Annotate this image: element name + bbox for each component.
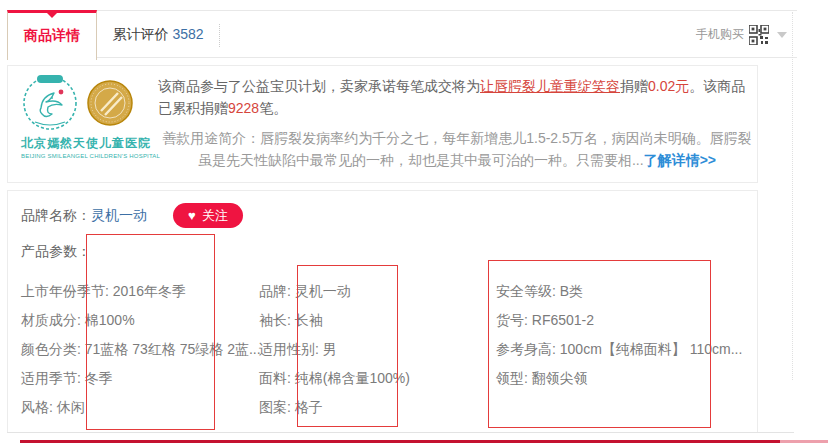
reviews-count-badge: 3582 <box>172 26 203 42</box>
gold-medal-icon <box>87 80 133 126</box>
charity-text-4: 笔。 <box>259 100 287 116</box>
charity-paragraph-2: 善款用途简介：唇腭裂发病率约为千分之七，每年新增患儿1.5-2.5万名，病因尚未… <box>158 127 756 171</box>
hospital-name-cn: 北京嫣然天使儿童医院 <box>21 135 153 152</box>
charity-text-1: 该商品参与了公益宝贝计划，卖家承诺每笔成交将为 <box>158 78 480 94</box>
tab-dotted-separator <box>219 24 220 47</box>
annotation-box-middle <box>297 265 398 427</box>
mobile-buy-button[interactable]: 手机购买 <box>696 11 787 58</box>
charity-text-2: 捐赠 <box>620 78 648 94</box>
product-detail-page: 商品详情 累计评价3582 手机购买 <box>0 0 828 445</box>
smileangel-hospital-logo-icon <box>21 74 79 132</box>
qr-code-icon <box>749 25 769 45</box>
detail-tab-bar: 商品详情 累计评价3582 手机购买 <box>7 10 797 58</box>
charity-cause-link[interactable]: 让唇腭裂儿童重绽笑容 <box>480 78 620 94</box>
tab-reviews[interactable]: 累计评价3582 <box>98 11 218 58</box>
tab-product-detail-label: 商品详情 <box>24 27 80 43</box>
brand-row: 品牌名称：灵机一动 ♥ 关注 <box>21 203 243 228</box>
follow-button[interactable]: ♥ 关注 <box>173 203 243 228</box>
page-column-divider <box>792 12 793 380</box>
tab-product-detail[interactable]: 商品详情 <box>7 10 97 60</box>
learn-more-link[interactable]: 了解详情>> <box>644 152 716 168</box>
tab-reviews-label: 累计评价 <box>112 26 168 42</box>
panel-bottom-divider <box>7 432 794 433</box>
next-section-top-border <box>20 440 828 443</box>
brand-label: 品牌名称： <box>21 207 91 225</box>
charity-paragraph-1: 该商品参与了公益宝贝计划，卖家承诺每笔成交将为让唇腭裂儿童重绽笑容捐赠0.02元… <box>158 75 756 119</box>
donation-amount: 0.02元 <box>648 78 689 94</box>
active-tab-caret-icon <box>47 13 57 18</box>
donation-count: 9228 <box>228 100 259 116</box>
brand-name-link[interactable]: 灵机一动 <box>91 207 147 225</box>
mobile-buy-label: 手机购买 <box>696 26 744 43</box>
hospital-name-en: BEIJING SMILEANGEL CHILDREN'S HOSPITAL <box>21 153 153 159</box>
charity-logos: 北京嫣然天使儿童医院 BEIJING SMILEANGEL CHILDREN'S… <box>21 72 153 176</box>
annotation-box-right <box>488 260 711 428</box>
params-title: 产品参数： <box>21 243 91 261</box>
chevron-down-icon[interactable] <box>777 32 787 38</box>
heart-icon: ♥ <box>188 209 196 222</box>
follow-button-label: 关注 <box>202 207 228 225</box>
charity-text-block: 该商品参与了公益宝贝计划，卖家承诺每笔成交将为让唇腭裂儿童重绽笑容捐赠0.02元… <box>158 75 756 171</box>
charity-panel: 北京嫣然天使儿童医院 BEIJING SMILEANGEL CHILDREN'S… <box>7 65 758 183</box>
annotation-box-left <box>86 234 215 430</box>
